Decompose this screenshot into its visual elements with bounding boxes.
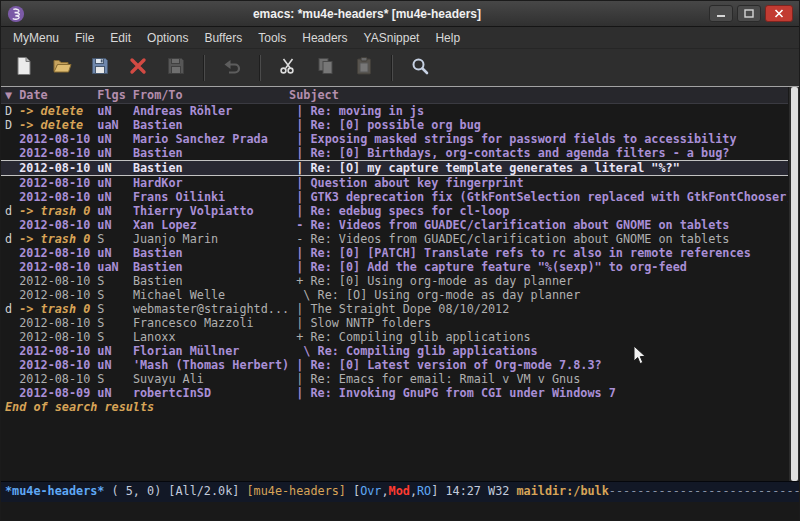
message-flags: uN xyxy=(97,176,133,190)
message-row[interactable]: 2012-08-10 S Francesco Mazzoli | Slow NN… xyxy=(1,316,799,330)
message-subject: | Re: Emacs for email: Rmail v VM v Gnus xyxy=(296,372,580,386)
message-row[interactable]: 2012-08-09 uN robertcInSD | Re: Invoking… xyxy=(1,386,799,400)
menu-item-file[interactable]: File xyxy=(67,29,102,47)
message-subject: | Re: [0] possible org bug xyxy=(296,118,481,132)
message-list: D -> delete uN Andreas Röhler | Re: movi… xyxy=(1,104,799,400)
message-from: Andreas Röhler xyxy=(133,104,296,118)
close-button[interactable] xyxy=(765,5,793,22)
message-row[interactable]: 2012-08-10 uN HardKor | Question about k… xyxy=(1,176,799,190)
message-row[interactable]: 2012-08-10 S Lanoxx + Re: Compiling glib… xyxy=(1,330,799,344)
message-subject: | Question about key fingerprint xyxy=(296,176,523,190)
message-row[interactable]: 2012-08-10 uN Frans Oilinki | GTK3 depre… xyxy=(1,190,799,204)
message-row[interactable]: 2012-08-10 uN Bastien | Re: [0] [PATCH] … xyxy=(1,246,799,260)
message-row[interactable]: 2012-08-10 uN Mario Sanchez Prada | Expo… xyxy=(1,132,799,146)
mark-char xyxy=(5,372,19,386)
message-row[interactable]: 2012-08-10 uN 'Mash (Thomas Herbert) | R… xyxy=(1,358,799,372)
message-flags: uN xyxy=(97,190,133,204)
message-subject: | Re: [O] my capture template generates … xyxy=(296,161,680,175)
mark-char xyxy=(5,316,19,330)
message-row[interactable]: 2012-08-10 uN Bastien | Re: [O] my captu… xyxy=(1,160,799,176)
menu-item-options[interactable]: Options xyxy=(139,29,196,47)
message-flags: S xyxy=(97,232,133,246)
modeline-window-number: W32 xyxy=(488,484,516,498)
message-flags: uN xyxy=(97,358,133,372)
message-subject: | Re: Invoking GnuPG from CGI under Wind… xyxy=(296,386,616,400)
message-row[interactable]: d -> trash 0 S webmaster@straightd... | … xyxy=(1,302,799,316)
mark-char xyxy=(5,260,19,274)
scrollbar-thumb[interactable] xyxy=(791,87,798,481)
message-subject: | Re: [0] Add the capture feature "%(sex… xyxy=(296,260,687,274)
modeline-major-mode: [mu4e-headers] xyxy=(247,484,354,498)
cut-button[interactable] xyxy=(275,55,301,81)
open-file-button[interactable] xyxy=(49,55,75,81)
message-row[interactable]: D -> delete uN Andreas Röhler | Re: movi… xyxy=(1,104,799,118)
message-row[interactable]: 2012-08-10 uN Xan Lopez - Re: Videos fro… xyxy=(1,218,799,232)
modeline-size-indicator: [All/2.0k] xyxy=(168,484,246,498)
message-row[interactable]: D -> delete uaN Bastien | Re: [0] possib… xyxy=(1,118,799,132)
message-from: Florian Müllner xyxy=(133,344,296,358)
message-row[interactable]: d -> trash 0 S Juanjo Marin - Re: Videos… xyxy=(1,232,799,246)
minibuffer[interactable] xyxy=(1,502,799,521)
mark-char xyxy=(5,288,19,302)
mark-target: -> trash 0 xyxy=(19,204,97,218)
message-from: Bastien xyxy=(133,146,296,160)
save-buffer-button[interactable] xyxy=(87,55,113,81)
paste-button[interactable] xyxy=(351,55,377,81)
menu-item-yasnippet[interactable]: YASnippet xyxy=(356,29,428,47)
message-from: Thierry Volpiatto xyxy=(133,204,296,218)
save-as-icon xyxy=(166,56,186,80)
toolbar-separator xyxy=(259,55,261,81)
menu-item-edit[interactable]: Edit xyxy=(102,29,139,47)
message-from: Xan Lopez xyxy=(133,218,296,232)
mark-char xyxy=(5,132,19,146)
message-row[interactable]: 2012-08-10 uN Bastien | Re: [0] Birthday… xyxy=(1,146,799,160)
mark-target: -> delete xyxy=(19,118,97,132)
message-row[interactable]: d -> trash 0 uN Thierry Volpiatto | Re: … xyxy=(1,204,799,218)
message-row[interactable]: 2012-08-10 uaN Bastien | Re: [0] Add the… xyxy=(1,260,799,274)
mark-char: d xyxy=(5,302,19,316)
menu-item-buffers[interactable]: Buffers xyxy=(196,29,250,47)
message-from: robertcInSD xyxy=(133,386,296,400)
message-from: Suvayu Ali xyxy=(133,372,296,386)
mode-line: *mu4e-headers* ( 5, 0) [All/2.0k] [mu4e-… xyxy=(1,481,799,502)
copy-button[interactable] xyxy=(313,55,339,81)
minimize-button[interactable] xyxy=(709,5,733,22)
message-row[interactable]: 2012-08-10 S Bastien + Re: [0] Using org… xyxy=(1,274,799,288)
modeline-overwrite-indicator: Ovr xyxy=(360,484,381,498)
menu-item-headers[interactable]: Headers xyxy=(294,29,355,47)
message-subject: | Re: [0] [PATCH] Translate refs to rc a… xyxy=(296,246,751,260)
search-button[interactable] xyxy=(407,55,433,81)
menu-item-tools[interactable]: Tools xyxy=(250,29,294,47)
menu-item-help[interactable]: Help xyxy=(427,29,468,47)
window-controls xyxy=(709,5,793,22)
mark-char: D xyxy=(5,118,19,132)
mark-char xyxy=(5,274,19,288)
undo-button[interactable] xyxy=(219,55,245,81)
message-from: Bastien xyxy=(133,274,296,288)
message-row[interactable]: 2012-08-10 S Suvayu Ali | Re: Emacs for … xyxy=(1,372,799,386)
modeline-readonly-indicator: RO xyxy=(417,484,431,498)
message-subject: \ Re: Compiling glib applications xyxy=(296,344,537,358)
message-subject: - Re: Videos from GUADEC/clarification a… xyxy=(296,218,729,232)
save-as-button[interactable] xyxy=(163,55,189,81)
toolbar-separator xyxy=(203,55,205,81)
message-subject: | Re: [0] Birthdays, org-contacts and ag… xyxy=(296,146,729,160)
message-subject: \ Re: [O] Using org-mode as day planner xyxy=(296,288,580,302)
message-flags: S xyxy=(97,372,133,386)
emacs-frame: emacs: *mu4e-headers* [mu4e-headers] MyM… xyxy=(0,0,800,521)
search-icon xyxy=(410,56,430,80)
message-row[interactable]: 2012-08-10 uN Florian Müllner \ Re: Comp… xyxy=(1,344,799,358)
message-flags: uaN xyxy=(97,260,133,274)
new-file-button[interactable] xyxy=(11,55,37,81)
cut-icon xyxy=(278,56,298,80)
kill-buffer-button[interactable] xyxy=(125,55,151,81)
menu-item-mymenu[interactable]: MyMenu xyxy=(5,29,67,47)
message-flags: uN xyxy=(97,104,133,118)
maximize-button[interactable] xyxy=(737,5,761,22)
new-file-icon xyxy=(14,56,34,80)
scrollbar[interactable] xyxy=(788,87,799,481)
header-line[interactable]: ▼ Date Flgs From/To Subject xyxy=(1,87,799,104)
message-date: 2012-08-10 xyxy=(19,146,97,160)
message-date: 2012-08-10 xyxy=(19,190,97,204)
message-row[interactable]: 2012-08-10 S Michael Welle \ Re: [O] Usi… xyxy=(1,288,799,302)
